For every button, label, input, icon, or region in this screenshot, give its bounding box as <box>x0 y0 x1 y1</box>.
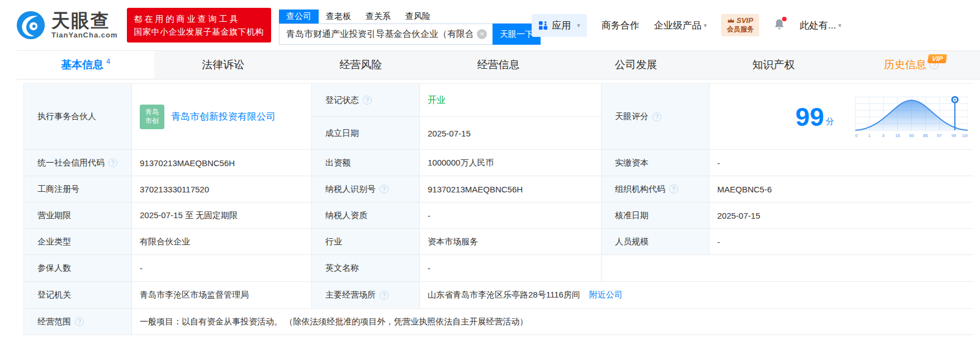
nearby-companies-link[interactable]: 附近公司 <box>589 290 623 300</box>
value-taxpayer-id: 91370213MAEQBNC56H <box>420 176 602 202</box>
staff-size-text: - <box>717 237 720 247</box>
site-header: 天眼查 TianYanCha.com 都在用的商业查询工具 国家中小企业发展子基… <box>0 0 980 50</box>
business-scope-text: 一般项目：以自有资金从事投资活动。 （除依法须经批准的项目外，凭营业执照依法自主… <box>140 317 528 327</box>
partner-company-link[interactable]: 青岛市创新投资有限公司 <box>171 110 276 123</box>
label-org-code-text: 组织机构代码 <box>615 184 665 195</box>
label-tianyan-score: 天眼评分 <box>602 84 709 150</box>
svip-member-service[interactable]: SVIP 会员服务 <box>721 14 759 36</box>
score-distribution-chart: 0 1 3 15 50 85 97 99 100 <box>853 95 968 139</box>
taxpayer-id-text: 91370213MAEQBNC56H <box>428 185 523 194</box>
tab-operating-risk[interactable]: 经营风险 <box>292 51 429 79</box>
tianyancha-logo[interactable]: 天眼查 TianYanCha.com <box>16 10 118 40</box>
tab-lawsuits[interactable]: 法律诉讼 <box>154 51 292 79</box>
label-taxpayer-id: 纳税人识别号 <box>312 176 420 202</box>
main-premises-help-icon[interactable] <box>380 291 389 300</box>
label-executive-partner-text: 执行事务合伙人 <box>37 111 96 122</box>
search-area: 查公司 查老板 查关系 查风险 天眼一下 <box>279 6 541 45</box>
label-establish-date-text: 成立日期 <box>325 128 359 139</box>
tab-company-development-label: 公司发展 <box>615 58 657 72</box>
label-business-term: 营业期限 <box>24 202 132 229</box>
label-english-name: 英文名称 <box>312 255 420 282</box>
value-contribution: 1000000万人民币 <box>420 150 602 176</box>
notifications-button[interactable] <box>774 18 785 33</box>
brand-name: 天眼查 <box>51 11 118 31</box>
label-registration-status-text: 登记状态 <box>325 95 359 106</box>
apps-grid-icon <box>538 21 548 30</box>
value-tianyan-score: 99 分 0 1 3 15 50 85 97 <box>709 84 973 150</box>
tab-basic-info-label: 基本信息 <box>61 58 103 72</box>
label-business-scope: 经营范围 <box>24 309 132 335</box>
apps-menu[interactable]: 应用 <box>532 14 587 37</box>
value-staff-size: - <box>709 229 973 255</box>
chart-axis-labels: 0 1 3 15 50 85 97 99 100 <box>855 133 968 138</box>
score-marker-dot <box>954 98 956 100</box>
english-name-text: - <box>428 263 430 273</box>
notification-dot <box>782 17 787 21</box>
label-taxpayer-id-text: 纳税人识别号 <box>325 184 376 195</box>
taxpayer-id-help-icon[interactable] <box>380 185 389 194</box>
tab-company-development[interactable]: 公司发展 <box>567 51 705 79</box>
label-paid-capital: 实缴资本 <box>602 150 709 176</box>
basic-info-table: 执行事务合伙人 青岛 市创 青岛市创新投资有限公司 登记状态 开业 成立日期 2… <box>23 83 973 335</box>
search-tab-risk[interactable]: 查风险 <box>398 10 438 23</box>
search-tab-company[interactable]: 查公司 <box>279 10 319 23</box>
label-company-type-text: 企业类型 <box>37 237 71 247</box>
nav-enterprise-products[interactable]: 企业级产品 <box>654 19 707 32</box>
search-tab-boss[interactable]: 查老板 <box>319 10 358 23</box>
value-credit-code: 91370213MAEQBNC56H <box>132 150 312 176</box>
axis-tick-85: 85 <box>923 133 928 138</box>
axis-tick-3: 3 <box>882 133 885 138</box>
label-business-term-text: 营业期限 <box>37 210 71 221</box>
label-registration-authority: 登记机关 <box>24 282 132 309</box>
tab-operating-info-label: 经营信息 <box>477 58 519 72</box>
establish-date-text: 2025-07-15 <box>428 129 471 138</box>
svip-label: SVIP <box>736 16 753 25</box>
tab-operating-info[interactable]: 经营信息 <box>429 51 567 79</box>
label-credit-code: 统一社会信用代码 <box>24 150 132 176</box>
promo-line-2: 国家中小企业发展子基金旗下机构 <box>134 25 264 38</box>
score-value-text: 99 <box>796 104 824 130</box>
credit-code-help-icon[interactable] <box>108 158 117 167</box>
value-executive-partner: 青岛 市创 青岛市创新投资有限公司 <box>132 84 312 150</box>
axis-tick-99: 99 <box>951 133 957 138</box>
business-scope-help-icon[interactable] <box>75 317 84 326</box>
label-registration-number: 工商注册号 <box>24 176 132 202</box>
label-approval-date-text: 核准日期 <box>615 210 648 221</box>
label-english-name-text: 英文名称 <box>325 263 359 274</box>
approval-date-text: 2025-07-15 <box>717 211 760 220</box>
credit-code-text: 91370213MAEQBNC56H <box>140 158 235 168</box>
promo-banner: 都在用的商业查询工具 国家中小企业发展子基金旗下机构 <box>127 8 272 43</box>
user-menu-label: 此处有... <box>799 19 836 32</box>
search-tabs: 查公司 查老板 查关系 查风险 <box>279 9 541 23</box>
label-taxpayer-qualification-text: 纳税人资质 <box>325 210 367 221</box>
value-insured-count: - <box>132 255 312 282</box>
svip-sub-label: 会员服务 <box>727 25 754 34</box>
main-premises-text: 山东省青岛市李沧区乐亭路28号1116房间 <box>428 290 580 300</box>
registration-status-help-icon[interactable] <box>363 96 372 105</box>
brand-domain: TianYanCha.com <box>51 31 118 39</box>
axis-tick-15: 15 <box>895 133 900 138</box>
label-paid-capital-text: 实缴资本 <box>615 158 648 168</box>
tab-intellectual-property[interactable]: 知识产权 <box>705 51 842 79</box>
nav-business-cooperation[interactable]: 商务合作 <box>602 19 640 32</box>
label-industry-text: 行业 <box>325 237 342 247</box>
value-business-scope: 一般项目：以自有资金从事投资活动。 （除依法须经批准的项目外，凭营业执照依法自主… <box>132 309 973 335</box>
crown-icon <box>727 18 735 23</box>
value-registration-number: 370213330117520 <box>132 176 312 202</box>
contribution-text: 1000000万人民币 <box>428 158 494 168</box>
label-establish-date: 成立日期 <box>312 117 420 150</box>
clear-search-icon[interactable] <box>477 29 487 39</box>
tianyan-score-help-icon[interactable] <box>652 112 661 121</box>
org-code-help-icon[interactable] <box>669 185 678 194</box>
value-company-type: 有限合伙企业 <box>132 229 312 255</box>
apps-menu-label: 应用 <box>552 19 571 32</box>
tab-lawsuits-label: 法律诉讼 <box>202 58 244 72</box>
label-tianyan-score-text: 天眼评分 <box>615 111 648 122</box>
user-menu[interactable]: 此处有... <box>799 19 841 32</box>
value-main-premises: 山东省青岛市李沧区乐亭路28号1116房间 附近公司 <box>420 282 973 309</box>
tab-history-info[interactable]: VIP 历史信息 <box>842 51 980 79</box>
search-input[interactable] <box>279 23 493 45</box>
search-tab-relation[interactable]: 查关系 <box>358 10 398 23</box>
tab-basic-info[interactable]: 基本信息 4 <box>17 51 154 79</box>
value-registration-status: 开业 <box>420 84 602 117</box>
